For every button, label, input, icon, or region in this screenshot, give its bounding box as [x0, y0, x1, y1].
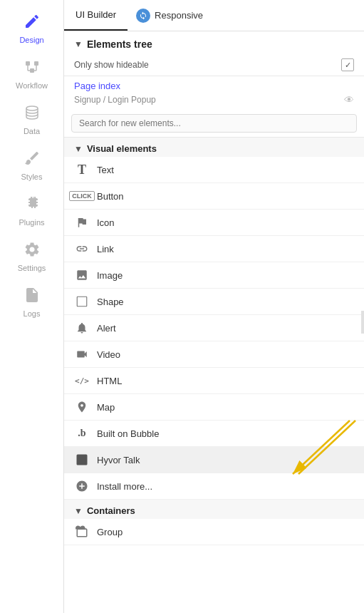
sidebar-item-data[interactable]: Data — [0, 97, 63, 143]
visual-elements-title: Visual elements — [87, 143, 157, 154]
svg-rect-9 — [77, 455, 88, 465]
data-icon — [24, 104, 41, 124]
main-panel: UI Builder Responsive ◀ ▼ Elements tree … — [64, 0, 364, 613]
svg-rect-0 — [26, 61, 30, 66]
map-element-icon — [74, 399, 90, 415]
only-show-hideable-checkbox[interactable]: ✓ — [341, 58, 354, 71]
workflow-icon — [24, 58, 41, 78]
containers-title: Containers — [87, 505, 135, 516]
icon-element-icon — [74, 215, 90, 230]
sidebar-item-styles-label: Styles — [21, 172, 43, 181]
top-tabs: UI Builder Responsive — [64, 0, 364, 31]
video-element-icon — [74, 346, 90, 362]
sidebar-item-data-label: Data — [24, 127, 40, 135]
sidebar-item-styles[interactable]: Styles — [0, 143, 63, 188]
built-on-bubble-element-icon: .b — [74, 426, 90, 441]
element-item-map[interactable]: Map — [64, 394, 364, 421]
visual-elements-header: ▼ Visual elements — [64, 138, 364, 157]
svg-rect-1 — [34, 61, 38, 66]
plugins-icon — [24, 195, 41, 215]
containers-header: ▼ Containers — [64, 500, 364, 519]
group-element-icon — [74, 524, 90, 540]
svg-point-7 — [26, 106, 38, 110]
only-show-hideable-label: Only show hideable — [74, 60, 149, 70]
text-element-icon: T — [74, 162, 90, 177]
hyvor-talk-element-icon — [74, 452, 90, 468]
element-item-built-on-bubble[interactable]: .b Built on Bubble — [64, 421, 364, 447]
sidebar-item-plugins[interactable]: Plugins — [0, 188, 63, 234]
tab-ui-builder[interactable]: UI Builder — [64, 0, 128, 31]
panel-wrapper: ◀ ▼ Elements tree Only show hideable ✓ P… — [64, 31, 364, 613]
design-icon — [24, 13, 41, 33]
sidebar-item-settings[interactable]: Settings — [0, 234, 63, 279]
element-item-image[interactable]: Image — [64, 262, 364, 289]
styles-icon — [24, 150, 41, 170]
visual-elements-collapse-icon[interactable]: ▼ — [74, 144, 83, 154]
sidebar-item-design-label: Design — [19, 36, 43, 44]
containers-collapse-icon[interactable]: ▼ — [74, 506, 83, 516]
html-element-icon: </> — [74, 373, 90, 388]
page-index-link[interactable]: Page index — [74, 81, 120, 91]
sidebar-item-workflow[interactable]: Workflow — [0, 51, 63, 97]
sidebar-item-settings-label: Settings — [18, 264, 46, 272]
tab-responsive[interactable]: Responsive — [128, 4, 212, 27]
responsive-sync-icon — [136, 9, 150, 23]
element-item-alert[interactable]: Alert — [64, 315, 364, 341]
svg-rect-8 — [77, 297, 87, 306]
page-index-sub-label: Signup / Login Popup — [74, 95, 156, 105]
page-index-sub-row: Signup / Login Popup 👁 — [64, 93, 364, 110]
link-element-icon — [74, 241, 90, 257]
elements-tree-title: Elements tree — [87, 38, 152, 50]
element-item-shape[interactable]: Shape — [64, 289, 364, 315]
element-item-button[interactable]: CLICK Button — [64, 183, 364, 210]
element-item-html[interactable]: </> HTML — [64, 368, 364, 394]
button-element-icon: CLICK — [74, 188, 90, 204]
sidebar-item-logs-label: Logs — [24, 309, 41, 318]
elements-tree-header: ▼ Elements tree — [64, 31, 364, 56]
sidebar: Design Workflow Data — [0, 0, 64, 613]
sidebar-item-workflow-label: Workflow — [16, 81, 48, 90]
element-item-icon[interactable]: Icon — [64, 210, 364, 236]
sidebar-item-plugins-label: Plugins — [19, 218, 44, 227]
element-item-video[interactable]: Video — [64, 341, 364, 368]
element-item-install-more[interactable]: Install more... — [64, 473, 364, 500]
elements-panel: ▼ Elements tree Only show hideable ✓ Pag… — [64, 31, 364, 613]
element-item-link[interactable]: Link — [64, 236, 364, 262]
only-show-hideable-row: Only show hideable ✓ — [64, 56, 364, 76]
page-index-row: Page index — [64, 76, 364, 93]
elements-tree-collapse-icon[interactable]: ▼ — [74, 39, 83, 49]
element-item-group[interactable]: Group — [64, 519, 364, 545]
logs-icon — [24, 287, 41, 306]
image-element-icon — [74, 267, 90, 283]
element-item-hyvor-talk[interactable]: Hyvor Talk — [64, 447, 364, 473]
collapse-panel-button[interactable]: ◀ — [361, 311, 364, 334]
eye-icon: 👁 — [344, 94, 354, 105]
element-item-text[interactable]: T Text — [64, 157, 364, 183]
alert-element-icon — [74, 320, 90, 336]
search-row — [64, 110, 364, 138]
sidebar-item-design[interactable]: Design — [0, 6, 63, 51]
sidebar-item-logs[interactable]: Logs — [0, 279, 63, 325]
search-elements-input[interactable] — [71, 114, 357, 133]
shape-element-icon — [74, 294, 90, 309]
settings-icon — [24, 241, 41, 261]
install-more-element-icon — [74, 478, 90, 494]
